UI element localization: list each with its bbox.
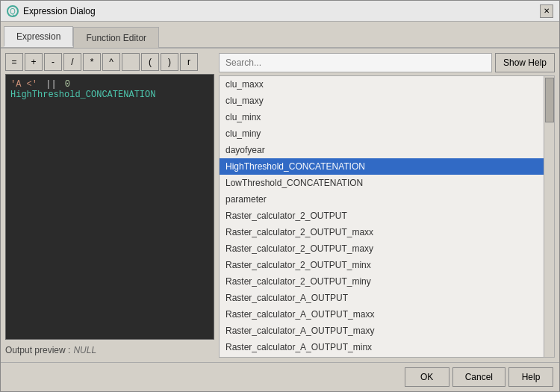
title-bar: Q Expression Dialog ✕ xyxy=(1,1,559,22)
bottom-bar: OK Cancel Help xyxy=(1,362,559,391)
main-content: = + - / * ^ ( ) r 'A <' || 0 HighThresho… xyxy=(1,49,559,362)
tab-bar: Expression Function Editor xyxy=(1,22,559,49)
btn-plus[interactable]: + xyxy=(25,53,43,71)
output-preview-row: Output preview : NULL xyxy=(5,343,214,358)
list-item[interactable]: Raster_calculator_2_OUTPUT xyxy=(220,208,544,224)
right-panel: Show Help clu_maxxclu_maxyclu_minxclu_mi… xyxy=(219,53,555,358)
btn-divide[interactable]: / xyxy=(63,53,81,71)
list-item[interactable]: Raster_calculator_2_OUTPUT_maxy xyxy=(220,240,544,257)
list-item[interactable]: Raster_calculator_A_OUTPUT_minx xyxy=(220,339,544,355)
list-item[interactable]: HighThreshold_CONCATENATION xyxy=(220,158,544,175)
search-input[interactable] xyxy=(219,53,492,72)
btn-close-paren[interactable]: ) xyxy=(161,53,178,71)
btn-r[interactable]: r xyxy=(180,53,198,71)
svg-text:Q: Q xyxy=(10,7,16,16)
btn-caret[interactable]: ^ xyxy=(102,53,120,71)
tab-function-editor[interactable]: Function Editor xyxy=(73,27,159,48)
editor-number: 0 xyxy=(65,79,70,90)
list-item[interactable]: clu_miny xyxy=(220,125,544,142)
expression-dialog-window: Q Expression Dialog ✕ Expression Functio… xyxy=(0,0,560,392)
help-button[interactable]: Help xyxy=(508,367,553,387)
list-item[interactable]: Raster_calculator_A_OUTPUT_miny xyxy=(220,355,544,357)
editor-string: 'A <' xyxy=(10,79,37,90)
scrollbar-thumb[interactable] xyxy=(545,78,554,122)
output-preview-label: Output preview : xyxy=(5,345,70,355)
scrollbar-track[interactable] xyxy=(544,76,554,357)
list-item[interactable]: dayofyear xyxy=(220,142,544,158)
btn-space[interactable] xyxy=(122,53,140,71)
editor-line-2: HighThreshold_CONCATENATION xyxy=(10,90,209,100)
list-item[interactable]: Raster_calculator_A_OUTPUT_maxx xyxy=(220,306,544,323)
list-item[interactable]: clu_maxx xyxy=(220,76,544,93)
btn-open-paren[interactable]: ( xyxy=(141,53,159,71)
output-preview-value: NULL xyxy=(73,345,96,355)
list-item[interactable]: clu_maxy xyxy=(220,93,544,109)
function-list-scroll[interactable]: clu_maxxclu_maxyclu_minxclu_minydayofyea… xyxy=(220,76,544,357)
show-help-button[interactable]: Show Help xyxy=(495,53,555,72)
search-row: Show Help xyxy=(219,53,555,72)
window-title: Expression Dialog xyxy=(23,6,96,16)
list-item[interactable]: Raster_calculator_2_OUTPUT_maxx xyxy=(220,224,544,240)
btn-multiply[interactable]: * xyxy=(83,53,101,71)
btn-equals[interactable]: = xyxy=(5,53,23,71)
title-bar-left: Q Expression Dialog xyxy=(7,5,96,17)
editor-pipe: || xyxy=(46,79,56,90)
expression-toolbar: = + - / * ^ ( ) r xyxy=(5,53,214,71)
close-button[interactable]: ✕ xyxy=(540,4,553,18)
list-item[interactable]: Raster_calculator_2_OUTPUT_miny xyxy=(220,273,544,290)
function-list-container: clu_maxxclu_maxyclu_minxclu_minydayofyea… xyxy=(219,75,555,358)
list-item[interactable]: parameter xyxy=(220,191,544,208)
list-item[interactable]: Raster_calculator_2_OUTPUT_minx xyxy=(220,257,544,273)
left-panel: = + - / * ^ ( ) r 'A <' || 0 HighThresho… xyxy=(5,53,214,358)
list-item[interactable]: clu_minx xyxy=(220,109,544,125)
list-item[interactable]: LowThreshold_CONCATENATION xyxy=(220,175,544,191)
btn-minus[interactable]: - xyxy=(44,53,62,71)
editor-line-1: 'A <' || 0 xyxy=(10,79,209,90)
list-item[interactable]: Raster_calculator_A_OUTPUT_maxy xyxy=(220,323,544,339)
list-item[interactable]: Raster_calculator_A_OUTPUT xyxy=(220,290,544,306)
tab-expression[interactable]: Expression xyxy=(4,26,73,47)
cancel-button[interactable]: Cancel xyxy=(452,367,505,387)
ok-button[interactable]: OK xyxy=(405,367,449,387)
expression-editor[interactable]: 'A <' || 0 HighThreshold_CONCATENATION xyxy=(5,74,214,340)
app-icon: Q xyxy=(7,5,19,17)
